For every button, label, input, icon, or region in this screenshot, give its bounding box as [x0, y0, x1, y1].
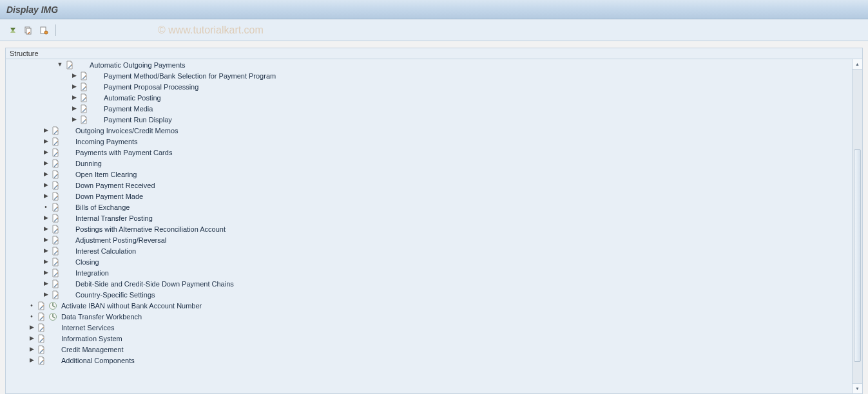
document-icon[interactable]: [51, 290, 60, 299]
expand-icon[interactable]: ▶: [42, 192, 50, 200]
document-icon[interactable]: [79, 93, 88, 102]
document-icon[interactable]: [51, 159, 60, 168]
tree-row[interactable]: • Bills of Exchange: [6, 202, 852, 212]
img-tree[interactable]: ▼ Automatic Outgoing Payments▶ Payment M…: [6, 59, 852, 393]
document-icon[interactable]: [51, 192, 60, 201]
document-icon[interactable]: [37, 312, 46, 321]
tree-row[interactable]: • Data Transfer Workbench: [6, 311, 852, 322]
tree-node-label[interactable]: Down Payment Received: [75, 182, 155, 189]
expand-icon[interactable]: ▶: [28, 324, 35, 332]
document-icon[interactable]: [51, 203, 60, 212]
existing-bc-sets-icon[interactable]: [22, 24, 35, 37]
tree-node-label[interactable]: Country-Specific Settings: [75, 291, 155, 299]
expand-icon[interactable]: ▶: [70, 105, 78, 113]
expand-icon[interactable]: ▶: [42, 160, 50, 167]
tree-node-label[interactable]: Open Item Clearing: [75, 171, 137, 178]
tree-row[interactable]: ▶ Payment Proposal Processing: [6, 81, 852, 92]
document-icon[interactable]: [51, 268, 60, 277]
tree-row[interactable]: ▶ Payment Method/Bank Selection for Paym…: [6, 70, 852, 81]
tree-row[interactable]: ▶ Internet Services: [6, 322, 852, 333]
tree-row[interactable]: ▶ Internal Transfer Posting: [6, 212, 852, 223]
release-notes-icon[interactable]: [37, 24, 50, 37]
document-icon[interactable]: [79, 82, 88, 91]
tree-node-label[interactable]: Adjustment Posting/Reversal: [75, 236, 166, 244]
tree-row[interactable]: ▶ Payments with Payment Cards: [6, 147, 852, 158]
expand-icon[interactable]: ▶: [42, 247, 50, 255]
expand-icon[interactable]: ▶: [42, 214, 50, 222]
tree-row[interactable]: ▶ Down Payment Made: [6, 191, 852, 202]
document-icon[interactable]: [37, 301, 46, 310]
document-icon[interactable]: [51, 148, 60, 157]
expand-icon[interactable]: ▶: [42, 182, 50, 189]
document-icon[interactable]: [37, 345, 46, 354]
tree-node-label[interactable]: Internet Services: [61, 324, 115, 332]
tree-row[interactable]: ▶ Additional Components: [6, 355, 852, 366]
expand-icon[interactable]: ▶: [70, 94, 78, 102]
expand-icon[interactable]: ▶: [42, 269, 50, 277]
tree-row[interactable]: ▶ Open Item Clearing: [6, 169, 852, 180]
tree-row[interactable]: ▶ Integration: [6, 267, 852, 278]
tree-row[interactable]: ▶ Credit Management: [6, 344, 852, 355]
tree-row[interactable]: ▶ Adjustment Posting/Reversal: [6, 234, 852, 245]
document-icon[interactable]: [79, 71, 88, 80]
tree-row[interactable]: ▶ Payment Run Display: [6, 114, 852, 125]
tree-node-label[interactable]: Incoming Payments: [75, 138, 138, 145]
expand-icon[interactable]: ▶: [42, 171, 50, 178]
tree-row[interactable]: ▶ Payment Media: [6, 103, 852, 114]
expand-icon[interactable]: ▶: [42, 236, 50, 244]
tree-row[interactable]: ▶ Outgoing Invoices/Credit Memos: [6, 125, 852, 136]
document-icon[interactable]: [79, 115, 88, 124]
tree-node-label[interactable]: Dunning: [75, 160, 102, 167]
tree-row[interactable]: ▶ Incoming Payments: [6, 136, 852, 147]
expand-icon[interactable]: ▶: [28, 335, 35, 342]
tree-node-label[interactable]: Payments with Payment Cards: [75, 149, 172, 156]
tree-node-label[interactable]: Automatic Posting: [104, 94, 161, 102]
document-icon[interactable]: [51, 214, 60, 223]
expand-icon[interactable]: ▶: [42, 225, 50, 233]
document-icon[interactable]: [65, 61, 74, 70]
expand-icon[interactable]: ▶: [70, 116, 78, 124]
tree-node-label[interactable]: Additional Components: [61, 357, 135, 364]
document-icon[interactable]: [37, 334, 46, 343]
tree-row[interactable]: ▶ Interest Calculation: [6, 245, 852, 256]
tree-row[interactable]: ▶ Debit-Side and Credit-Side Down Paymen…: [6, 278, 852, 289]
collapse-icon[interactable]: ▼: [56, 61, 64, 69]
document-icon[interactable]: [37, 356, 46, 365]
expand-collapse-icon[interactable]: [6, 24, 19, 37]
execute-activity-icon[interactable]: [48, 301, 57, 310]
document-icon[interactable]: [51, 279, 60, 288]
expand-icon[interactable]: ▶: [42, 149, 50, 156]
vertical-scrollbar[interactable]: ▲ ▼: [852, 59, 862, 393]
tree-node-label[interactable]: Interest Calculation: [75, 247, 136, 255]
scroll-up-arrow-icon[interactable]: ▲: [853, 59, 862, 70]
tree-node-label[interactable]: Debit-Side and Credit-Side Down Payment …: [75, 280, 234, 288]
document-icon[interactable]: [37, 323, 46, 332]
document-icon[interactable]: [51, 258, 60, 267]
document-icon[interactable]: [51, 137, 60, 146]
expand-icon[interactable]: ▶: [42, 127, 50, 135]
expand-icon[interactable]: ▶: [42, 258, 50, 266]
document-icon[interactable]: [79, 104, 88, 113]
tree-node-label[interactable]: Integration: [75, 269, 109, 277]
tree-row[interactable]: ▶ Closing: [6, 256, 852, 267]
tree-node-label[interactable]: Down Payment Made: [75, 192, 143, 200]
tree-row[interactable]: ▶ Dunning: [6, 158, 852, 169]
tree-node-label[interactable]: Closing: [75, 258, 99, 266]
tree-row[interactable]: ▼ Automatic Outgoing Payments: [6, 59, 852, 70]
document-icon[interactable]: [51, 181, 60, 190]
tree-row[interactable]: ▶ Automatic Posting: [6, 92, 852, 103]
tree-node-label[interactable]: Payment Method/Bank Selection for Paymen…: [104, 72, 276, 80]
tree-node-label[interactable]: Outgoing Invoices/Credit Memos: [75, 127, 178, 135]
tree-node-label[interactable]: Payment Proposal Processing: [104, 83, 198, 91]
tree-node-label[interactable]: Activate IBAN without Bank Account Numbe…: [61, 302, 202, 310]
tree-node-label[interactable]: Postings with Alternative Reconciliation…: [75, 225, 226, 233]
tree-row[interactable]: ▶ Postings with Alternative Reconciliati…: [6, 223, 852, 234]
execute-activity-icon[interactable]: [48, 312, 57, 321]
tree-row[interactable]: ▶ Country-Specific Settings: [6, 289, 852, 300]
expand-icon[interactable]: ▶: [42, 291, 50, 299]
tree-row[interactable]: ▶ Down Payment Received: [6, 180, 852, 191]
scrollbar-thumb[interactable]: [854, 149, 861, 362]
document-icon[interactable]: [51, 247, 60, 256]
tree-node-label[interactable]: Credit Management: [61, 346, 124, 353]
expand-icon[interactable]: ▶: [28, 346, 35, 353]
